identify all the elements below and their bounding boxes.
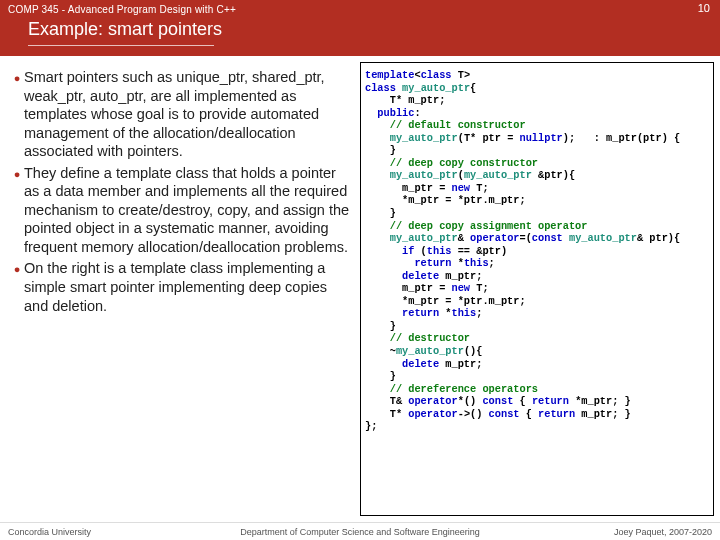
bullet-dot-icon: ● [10,164,24,257]
code-txt [365,270,402,282]
code-type: my_auto_ptr [464,169,532,181]
code-kw: return [402,307,439,319]
code-txt: ; [489,257,495,269]
code-txt: *m_ptr = *ptr.m_ptr; [365,295,526,307]
code-kw: delete [402,270,439,282]
code-txt: T* m_ptr; [365,94,445,106]
code-txt: (){ [464,345,483,357]
code-txt: { [513,395,532,407]
code-kw: class [365,82,396,94]
code-kw: this [452,307,477,319]
course-label: COMP 345 - Advanced Program Design with … [0,0,720,15]
code-txt: }; [365,420,377,432]
code-txt: } [365,320,396,332]
code-txt: T* [365,408,408,420]
code-txt: *m_ptr; } [569,395,631,407]
code-block: template<class T> class my_auto_ptr{ T* … [360,62,714,516]
slide-header: COMP 345 - Advanced Program Design with … [0,0,720,56]
code-kw: if [402,245,414,257]
code-txt [365,132,390,144]
code-txt: ->() [458,408,489,420]
code-comment: // dereference operators [365,383,538,395]
code-txt: =( [520,232,532,244]
code-kw: this [427,245,452,257]
bullet-item: ● On the right is a template class imple… [10,259,354,315]
code-txt: } [365,207,396,219]
code-comment: // default constructor [365,119,526,131]
code-type: my_auto_ptr [569,232,637,244]
code-txt [365,169,390,181]
bullet-item: ● Smart pointers such as unique_ptr, sha… [10,68,354,161]
code-txt: } [365,144,396,156]
code-txt: } [365,370,396,382]
code-txt: ); : m_ptr(ptr) { [563,132,680,144]
slide-content: ● Smart pointers such as unique_ptr, sha… [0,56,720,516]
code-kw: template [365,69,414,81]
code-txt [365,257,414,269]
code-txt: T& [365,395,408,407]
code-kw: return [414,257,451,269]
code-kw: const [532,232,563,244]
code-txt: m_ptr; [439,270,482,282]
bullet-dot-icon: ● [10,68,24,161]
code-kw: new [452,182,471,194]
slide-footer: Concordia University Department of Compu… [0,522,720,540]
footer-center: Department of Computer Science and Softw… [0,527,720,537]
bullet-text: On the right is a template class impleme… [24,259,354,315]
bullet-text: They define a template class that holds … [24,164,354,257]
code-txt [365,107,377,119]
code-kw: public [377,107,414,119]
slide-title: Example: smart pointers [0,15,720,40]
code-txt: * [452,257,464,269]
bullet-column: ● Smart pointers such as unique_ptr, sha… [6,62,360,516]
code-kw: nullptr [520,132,563,144]
code-txt [365,245,402,257]
code-kw: operator [408,408,457,420]
code-txt: ( [414,245,426,257]
code-txt: *() [458,395,483,407]
code-kw: new [452,282,471,294]
code-txt: m_ptr; } [575,408,631,420]
code-txt: & ptr){ [637,232,680,244]
title-underline [28,45,214,46]
code-kw: delete [402,358,439,370]
bullet-dot-icon: ● [10,259,24,315]
code-txt [365,307,402,319]
code-kw: return [538,408,575,420]
code-type: my_auto_ptr [402,82,470,94]
bullet-text: Smart pointers such as unique_ptr, share… [24,68,354,161]
code-txt: m_ptr = [365,182,452,194]
code-txt: *m_ptr = *ptr.m_ptr; [365,194,526,206]
code-txt: ~ [365,345,396,357]
code-txt [365,232,390,244]
code-txt: T; [470,282,489,294]
code-txt: m_ptr; [439,358,482,370]
code-kw: const [482,395,513,407]
code-kw: class [421,69,452,81]
page-number: 10 [698,2,710,14]
code-type: my_auto_ptr [390,169,458,181]
code-txt: T> [452,69,471,81]
code-kw: this [464,257,489,269]
code-txt: &ptr){ [532,169,575,181]
code-comment: // deep copy constructor [365,157,538,169]
code-txt: * [439,307,451,319]
code-txt: ; [476,307,482,319]
code-txt: { [520,408,539,420]
code-kw: const [489,408,520,420]
code-kw: operator [408,395,457,407]
code-type: my_auto_ptr [390,232,458,244]
code-kw: return [532,395,569,407]
code-txt: { [470,82,476,94]
code-type: my_auto_ptr [396,345,464,357]
code-kw: operator [470,232,519,244]
code-txt: == &ptr) [452,245,508,257]
code-type: my_auto_ptr [390,132,458,144]
code-txt: m_ptr = [365,282,452,294]
code-comment: // deep copy assignment operator [365,220,587,232]
bullet-item: ● They define a template class that hold… [10,164,354,257]
code-txt: (T* ptr = [458,132,520,144]
code-txt [365,358,402,370]
code-txt: & [458,232,470,244]
code-comment: // destructor [365,332,470,344]
